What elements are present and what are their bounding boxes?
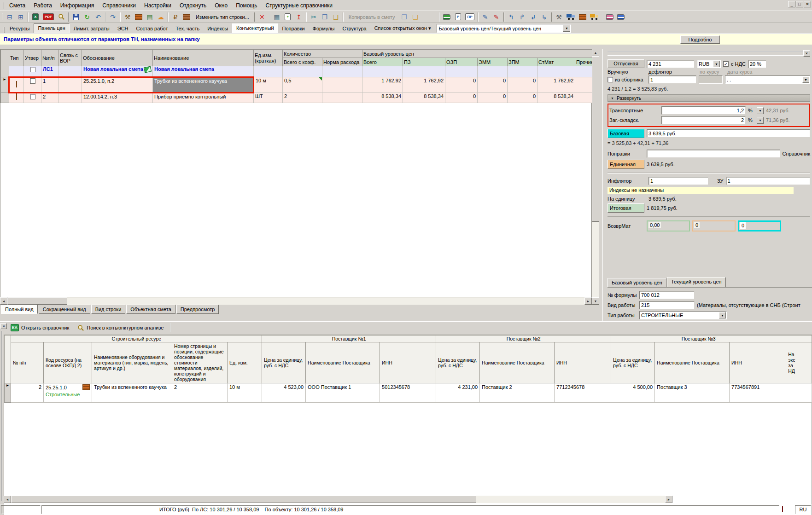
tab-current-price-level[interactable]: Текущий уровень цен: [667, 277, 726, 287]
approve-checkbox[interactable]: [30, 94, 35, 99]
structure-add-icon[interactable]: ⊞: [16, 12, 26, 22]
zpm-cell[interactable]: 0: [508, 93, 537, 103]
price-level-combobox[interactable]: Базовый уровень цен/Текущий уровень цен▼: [437, 24, 571, 33]
storage-percent-input[interactable]: 2: [661, 116, 746, 124]
excel-export-icon[interactable]: X: [30, 12, 41, 22]
tab-indeksy[interactable]: Индексы: [204, 24, 232, 33]
add-document-icon[interactable]: +: [283, 12, 293, 22]
s1-price-cell[interactable]: 4 523,00: [262, 383, 306, 403]
structure-tree-icon[interactable]: ⊟: [5, 12, 15, 22]
menu-item-rabota[interactable]: Работа: [29, 1, 56, 10]
edit-rows-icon[interactable]: ✎: [480, 12, 491, 22]
pdf-export-icon[interactable]: PDF: [41, 12, 55, 22]
qty-cell[interactable]: 0,5: [283, 77, 322, 93]
level-lower-icon[interactable]: ↲: [528, 12, 538, 22]
justification-cell[interactable]: 25.25.1.0, п.2: [82, 77, 153, 93]
close-button[interactable]: ✕: [804, 1, 811, 7]
transport-truck-icon[interactable]: [589, 12, 600, 22]
menu-item-otdohnut[interactable]: Отдохнуть: [175, 1, 210, 10]
scroll-right-icon[interactable]: ►: [665, 496, 672, 503]
work-type-select[interactable]: СТРОИТЕЛЬНЫЕ▼: [639, 311, 727, 319]
unit-cell[interactable]: ШТ: [254, 93, 283, 103]
paste-icon[interactable]: ❏: [331, 12, 341, 22]
estimate-name-cell[interactable]: Новая локальная смета: [153, 66, 254, 77]
menu-item-okno[interactable]: Окно: [210, 1, 232, 10]
s3-inn-cell[interactable]: 7734567891: [730, 383, 786, 403]
chevron-down-icon[interactable]: ▼: [719, 312, 726, 318]
s2-price-cell[interactable]: 4 231,00: [436, 383, 480, 403]
toolbar-grip[interactable]: [4, 27, 5, 33]
scroll-down-icon[interactable]: ▼: [592, 297, 599, 305]
level-down-icon[interactable]: ↳: [539, 12, 549, 22]
row-number-cell[interactable]: 2: [41, 93, 59, 103]
unit-cell[interactable]: 10 м: [228, 383, 262, 403]
redo-cancel-icon[interactable]: ↷: [108, 12, 118, 22]
inflator-input[interactable]: 1: [648, 177, 708, 185]
equipment-name-cell[interactable]: Трубки из вспененного каучука: [92, 383, 172, 403]
reference-link[interactable]: Справочник: [783, 151, 811, 156]
base-total-cell[interactable]: 1 762,92: [362, 77, 403, 93]
tab-sostav-rabot[interactable]: Состав работ: [133, 24, 172, 33]
row-number-cell[interactable]: 2: [11, 383, 44, 403]
corrections-input[interactable]: [647, 150, 780, 158]
tab-formuly[interactable]: Формулы: [309, 24, 339, 33]
s1-inn-cell[interactable]: 5012345678: [380, 383, 436, 403]
s1-name-cell[interactable]: ООО Поставщик 1: [306, 383, 380, 403]
add-comment-icon[interactable]: ☁: [156, 12, 166, 22]
tab-limit-zatraty[interactable]: Лимит. затраты: [70, 24, 113, 33]
tab-resursy[interactable]: Ресурсы: [6, 24, 33, 33]
tab-konyunkturnyj[interactable]: Конъюнктурный: [232, 23, 278, 33]
search-in-analysis-button[interactable]: Поиск в конъюнктурном анализе: [74, 323, 167, 333]
justification-cell[interactable]: 12.00.14.2, п.3: [82, 93, 153, 103]
name-cell[interactable]: Прибор приемно контрольный: [153, 93, 254, 103]
copy-sheet-icon[interactable]: ❐: [399, 12, 409, 22]
base-total-cell[interactable]: 8 538,34: [362, 93, 403, 103]
materials-bricks-icon[interactable]: [578, 12, 588, 22]
calculator-icon[interactable]: ▦: [272, 12, 282, 22]
maximize-button[interactable]: □: [796, 1, 803, 7]
name-cell-selected[interactable]: Трубки из вспененного каучука: [153, 77, 254, 93]
s3-name-cell[interactable]: Поставщик 3: [655, 383, 730, 403]
pz-cell[interactable]: 1 762,92: [403, 77, 445, 93]
scroll-thumb[interactable]: [7, 297, 67, 305]
grid-vertical-scrollbar[interactable]: ▲ ▼: [592, 49, 599, 305]
panel-close-icon[interactable]: ×: [803, 50, 810, 57]
zpm-cell[interactable]: 0: [508, 77, 537, 93]
cut-icon[interactable]: ✂: [309, 12, 319, 22]
refresh-icon[interactable]: ↻: [82, 12, 92, 22]
tab-esn[interactable]: ЭСН: [114, 24, 132, 33]
scroll-left-icon[interactable]: ◄: [4, 496, 11, 503]
minimize-button[interactable]: _: [788, 1, 795, 7]
scroll-thumb[interactable]: [11, 496, 476, 503]
view-tab-sokraschennyj-vid[interactable]: Сокращенный вид: [39, 305, 90, 314]
price-p-icon[interactable]: Р: [453, 12, 463, 22]
tab-base-price-level[interactable]: Базовый уровень цен: [608, 278, 666, 287]
scroll-left-icon[interactable]: ◄: [0, 297, 7, 305]
transport-percent-input[interactable]: 1,2: [661, 106, 746, 115]
vat-rate-input[interactable]: 20 %: [748, 60, 766, 68]
grid-horizontal-scrollbar[interactable]: ◄ ►: [0, 297, 592, 305]
open-reference-button[interactable]: КА Открыть справочник: [7, 323, 72, 333]
paste-sheet-icon[interactable]: ❏: [410, 12, 420, 22]
norm-base-icon[interactable]: [442, 12, 452, 22]
copy-icon[interactable]: ❐: [320, 12, 330, 22]
save-icon[interactable]: [71, 12, 81, 22]
price-pr-icon[interactable]: ПР: [464, 12, 475, 22]
base-price-button[interactable]: Базовая: [608, 129, 644, 138]
estimate-justification-cell[interactable]: Новая локальная смета: [82, 66, 153, 77]
tab-popravki[interactable]: Поправки: [279, 24, 309, 33]
unit-price-button[interactable]: Единичная: [608, 160, 644, 169]
stmat-cell[interactable]: 1 762,92: [537, 77, 575, 93]
import-row-icon[interactable]: ↥: [294, 12, 304, 22]
estimate-number-cell[interactable]: ЛС1: [41, 66, 59, 77]
vat-checkbox[interactable]: ✓: [723, 61, 729, 67]
tab-spisok-otkrytyh-okon[interactable]: Список открытых окон ▾: [371, 24, 435, 33]
scroll-up-icon[interactable]: ▲: [592, 49, 599, 56]
tab-struktura[interactable]: Структура: [339, 24, 370, 33]
analysis-horizontal-scrollbar[interactable]: ◄ ►: [4, 496, 672, 503]
s2-name-cell[interactable]: Поставщик 2: [480, 383, 555, 403]
emm-cell[interactable]: 0: [478, 77, 508, 93]
clear-rows-icon[interactable]: ✎: [491, 12, 502, 22]
undo-icon[interactable]: ↶: [93, 12, 103, 22]
section-close-icon[interactable]: ×: [0, 323, 7, 329]
